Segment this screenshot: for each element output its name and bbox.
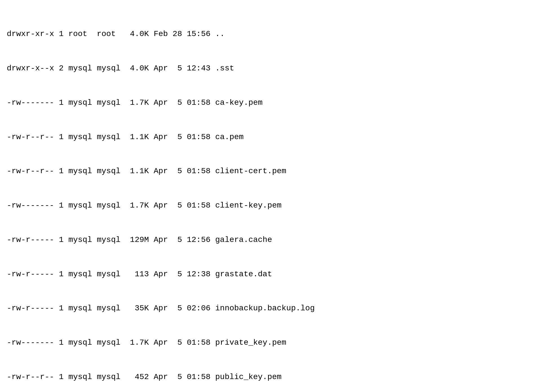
terminal-line-11: -rw-r--r-- 1 mysql mysql 452 Apr 5 01:58… <box>7 371 540 383</box>
terminal-line-8: -rw-r----- 1 mysql mysql 113 Apr 5 12:38… <box>7 269 540 280</box>
terminal-line-4: -rw-r--r-- 1 mysql mysql 1.1K Apr 5 01:5… <box>7 132 540 143</box>
terminal-line-3: -rw------- 1 mysql mysql 1.7K Apr 5 01:5… <box>7 97 540 109</box>
terminal-line-6: -rw------- 1 mysql mysql 1.7K Apr 5 01:5… <box>7 200 540 211</box>
terminal-line-5: -rw-r--r-- 1 mysql mysql 1.1K Apr 5 01:5… <box>7 166 540 177</box>
terminal-line-9: -rw-r----- 1 mysql mysql 35K Apr 5 02:06… <box>7 303 540 314</box>
terminal-line-1: drwxr-xr-x 1 root root 4.0K Feb 28 15:56… <box>7 28 540 40</box>
terminal-line-10: -rw------- 1 mysql mysql 1.7K Apr 5 01:5… <box>7 337 540 349</box>
terminal-line-2: drwxr-x--x 2 mysql mysql 4.0K Apr 5 12:4… <box>7 63 540 74</box>
terminal-line-7: -rw-r----- 1 mysql mysql 129M Apr 5 12:5… <box>7 234 540 246</box>
terminal-output: drwxr-xr-x 1 root root 4.0K Feb 28 15:56… <box>7 6 540 392</box>
